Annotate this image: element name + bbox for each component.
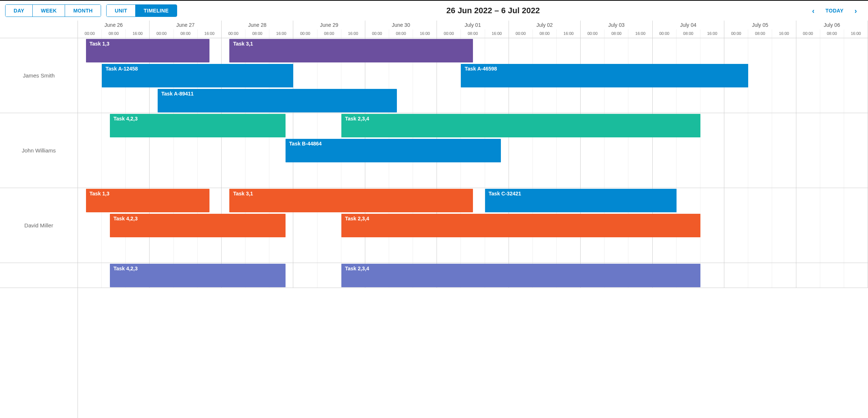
hour-label: 16:00 <box>269 29 293 38</box>
timeline-area[interactable]: June 2600:0008:0016:00June 2700:0008:001… <box>78 21 868 418</box>
hour-label: 16:00 <box>772 29 796 38</box>
hour-label: 08:00 <box>605 29 628 38</box>
day-label: July 04 <box>653 21 724 29</box>
event-bar[interactable]: Task 1,3 <box>86 39 210 62</box>
toolbar: DAYWEEKMONTH UNITTIMELINE 26 Jun 2022 – … <box>0 1 868 21</box>
hour-label: 00:00 <box>150 29 173 38</box>
timeline-header: June 2600:0008:0016:00June 2700:0008:001… <box>78 21 868 38</box>
day-column: June 2700:0008:0016:00 <box>150 21 221 38</box>
hour-label: 00:00 <box>365 29 389 38</box>
event-bar[interactable]: Task C-32421 <box>485 189 677 212</box>
event-bar[interactable]: Task 3,1 <box>229 189 473 212</box>
scheduler: James SmithJohn WilliamsDavid Miller Jun… <box>0 21 868 418</box>
hour-label: 16:00 <box>126 29 149 38</box>
view-button-week[interactable]: WEEK <box>33 5 65 17</box>
view-button-day[interactable]: DAY <box>6 5 33 17</box>
hour-label: 00:00 <box>581 29 605 38</box>
view-group-mode: UNITTIMELINE <box>106 4 177 17</box>
hour-label: 16:00 <box>198 29 221 38</box>
hour-label: 08:00 <box>748 29 772 38</box>
hour-label: 16:00 <box>628 29 652 38</box>
event-bar[interactable]: Task B-44864 <box>286 139 501 162</box>
event-bar[interactable]: Task 4,2,3 <box>110 214 286 237</box>
event-bar[interactable]: Task 3,1 <box>229 39 473 62</box>
resource-header-blank <box>0 21 78 38</box>
hour-label: 00:00 <box>437 29 461 38</box>
resource-row: James Smith <box>0 38 78 113</box>
day-column: July 0500:0008:0016:00 <box>724 21 796 38</box>
view-group-period: DAYWEEKMONTH <box>5 4 101 17</box>
hour-label: 08:00 <box>461 29 485 38</box>
resource-lane: Task 1,3Task 3,1Task C-32421Task 4,2,3Ta… <box>78 188 868 263</box>
nav-controls: ‹ TODAY › <box>809 5 863 17</box>
event-bar[interactable]: Task 2,3,4 <box>341 214 700 237</box>
hour-label: 00:00 <box>509 29 533 38</box>
resource-lane: Task 1,3Task 3,1Task A-12458Task A-46598… <box>78 38 868 113</box>
today-button[interactable]: TODAY <box>825 8 843 14</box>
hour-label: 00:00 <box>78 29 102 38</box>
day-label: June 30 <box>365 21 437 29</box>
day-column: June 2600:0008:0016:00 <box>78 21 150 38</box>
next-arrow-icon[interactable]: › <box>851 5 860 17</box>
event-bar[interactable]: Task A-46598 <box>461 64 748 87</box>
hour-label: 16:00 <box>413 29 437 38</box>
event-bar[interactable]: Task A-12458 <box>102 64 293 87</box>
date-range-title: 26 Jun 2022 – 6 Jul 2022 <box>182 6 804 15</box>
day-column: July 0200:0008:0016:00 <box>509 21 581 38</box>
day-column: June 3000:0008:0016:00 <box>365 21 437 38</box>
day-label: June 27 <box>150 21 221 29</box>
day-column: June 2800:0008:0016:00 <box>222 21 293 38</box>
hour-label: 08:00 <box>820 29 844 38</box>
hour-label: 08:00 <box>318 29 341 38</box>
hour-label: 08:00 <box>677 29 700 38</box>
day-label: July 05 <box>724 21 796 29</box>
event-bar[interactable]: Task 4,2,3 <box>110 114 286 137</box>
day-label: July 02 <box>509 21 580 29</box>
view-button-month[interactable]: MONTH <box>65 5 101 17</box>
resource-lane: Task 4,2,3Task 2,3,4Task B-44864 <box>78 113 868 188</box>
hour-label: 16:00 <box>557 29 580 38</box>
day-column: July 0100:0008:0016:00 <box>437 21 509 38</box>
day-column: July 0300:0008:0016:00 <box>581 21 652 38</box>
day-label: June 26 <box>78 21 149 29</box>
hour-label: 08:00 <box>174 29 198 38</box>
day-label: July 01 <box>437 21 508 29</box>
resource-row <box>0 263 78 288</box>
day-label: July 03 <box>581 21 652 29</box>
timeline-body: Task 1,3Task 3,1Task A-12458Task A-46598… <box>78 38 868 288</box>
hour-label: 08:00 <box>533 29 557 38</box>
hour-label: 00:00 <box>724 29 748 38</box>
hour-label: 08:00 <box>389 29 413 38</box>
day-label: July 06 <box>796 21 868 29</box>
hour-label: 08:00 <box>102 29 126 38</box>
day-column: June 2900:0008:0016:00 <box>293 21 365 38</box>
hour-label: 08:00 <box>245 29 269 38</box>
hour-label: 16:00 <box>341 29 365 38</box>
day-label: June 28 <box>222 21 293 29</box>
event-bar[interactable]: Task 1,3 <box>86 189 210 212</box>
resource-row: David Miller <box>0 188 78 263</box>
day-label: June 29 <box>293 21 365 29</box>
hour-label: 00:00 <box>222 29 245 38</box>
hour-label: 00:00 <box>293 29 317 38</box>
hour-label: 16:00 <box>485 29 509 38</box>
hour-label: 16:00 <box>700 29 724 38</box>
resource-row: John Williams <box>0 113 78 188</box>
view-button-unit[interactable]: UNIT <box>107 5 136 17</box>
hour-label: 00:00 <box>796 29 820 38</box>
prev-arrow-icon[interactable]: ‹ <box>809 5 818 17</box>
event-bar[interactable]: Task 2,3,4 <box>341 264 700 287</box>
hour-label: 00:00 <box>653 29 677 38</box>
event-bar[interactable]: Task A-89411 <box>158 89 397 112</box>
view-button-timeline[interactable]: TIMELINE <box>136 5 177 17</box>
day-column: July 0600:0008:0016:00 <box>796 21 868 38</box>
resource-lane: Task 4,2,3Task 2,3,4 <box>78 263 868 288</box>
resource-column: James SmithJohn WilliamsDavid Miller <box>0 21 78 418</box>
hour-label: 16:00 <box>844 29 868 38</box>
event-bar[interactable]: Task 2,3,4 <box>341 114 700 137</box>
event-bar[interactable]: Task 4,2,3 <box>110 264 286 287</box>
day-column: July 0400:0008:0016:00 <box>653 21 724 38</box>
